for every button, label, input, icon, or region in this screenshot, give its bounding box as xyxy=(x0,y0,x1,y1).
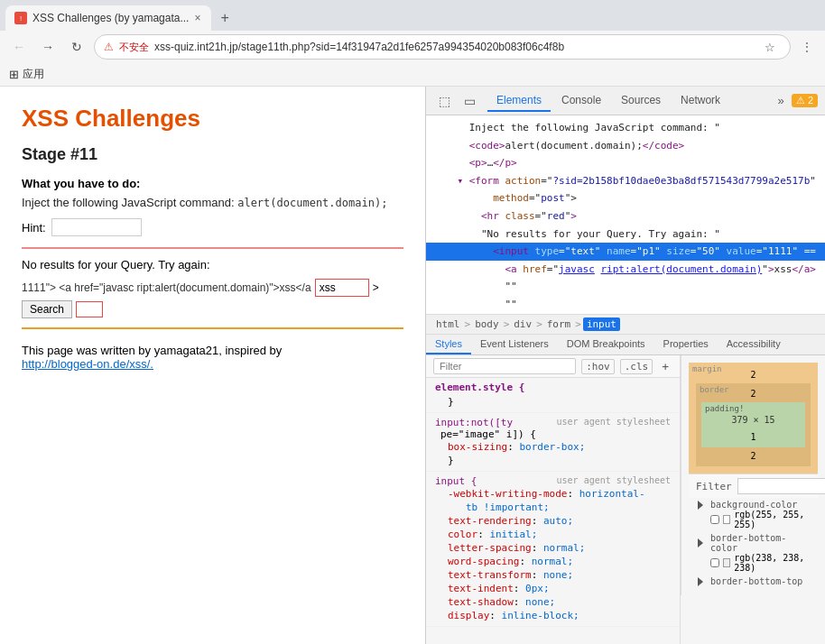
triangle-icon-1 xyxy=(698,501,703,510)
html-line-10: "" xyxy=(426,278,825,296)
security-warning-icon: ⚠ xyxy=(104,41,114,53)
border-bottom-value: rgb(238, 238, 238) xyxy=(734,553,809,573)
address-bar[interactable]: ⚠ 不安全 xss-quiz.int21h.jp/stage11th.php?s… xyxy=(94,34,791,60)
tab-favicon: ! xyxy=(14,12,27,24)
small-input[interactable] xyxy=(76,301,103,317)
breadcrumb-item-form[interactable]: form xyxy=(544,317,574,331)
styles-pane: :hov .cls + element.style { } input:not(… xyxy=(426,355,825,644)
style-word-spacing: word-spacing: normal; xyxy=(435,555,671,568)
tab-network[interactable]: Network xyxy=(672,90,729,112)
tab-console[interactable]: Console xyxy=(552,90,610,112)
tab-title: XSS Challenges (by yamagata... xyxy=(32,12,189,24)
style-letter-spacing: letter-spacing: normal; xyxy=(435,541,671,555)
footer-link[interactable]: http://blogged-on.de/xss/. xyxy=(22,357,153,371)
html-line-7: "No results for your Query. Try again: " xyxy=(426,225,825,244)
browser-window: ! XSS Challenges (by yamagata... × + ← →… xyxy=(0,0,825,644)
html-line-2: <code>alert(document.domain);</code> xyxy=(426,137,825,155)
add-style-rule-button[interactable]: + xyxy=(658,360,672,373)
html-line-4: ▾ <form action="?sid=2b158bf10dae0e3ba8d… xyxy=(426,172,825,190)
filter-label: Filter xyxy=(696,481,732,492)
search-button[interactable]: Search xyxy=(22,300,72,318)
styles-toolbar: :hov .cls + xyxy=(426,355,680,378)
subtab-properties[interactable]: Properties xyxy=(654,335,718,354)
extensions-button[interactable]: ⋮ xyxy=(796,36,818,58)
border-bottom-checkbox[interactable] xyxy=(710,558,719,567)
html-line-6: <hr class="red"> xyxy=(426,207,825,225)
breadcrumb-item-input[interactable]: input xyxy=(583,317,620,331)
hint-input[interactable] xyxy=(51,218,142,236)
address-actions: ☆ xyxy=(759,36,781,58)
style-display: display: inline-block; xyxy=(435,609,671,622)
style-not-comment: pe="image" i]) { xyxy=(435,428,671,440)
reload-button[interactable]: ↻ xyxy=(65,35,88,59)
warning-badge: ⚠ 2 xyxy=(792,94,818,107)
padding-label: padding! xyxy=(705,404,744,413)
tab-bar: ! XSS Challenges (by yamagata... × + xyxy=(0,0,825,31)
bg-color-checkbox[interactable] xyxy=(710,515,719,524)
xss-value-display: 1111"> <a href="javasc ript:alert(docume… xyxy=(22,281,311,294)
instructions-text: Inject the following JavaScript command:… xyxy=(22,196,403,209)
html-line-3: <p>…</p> xyxy=(426,154,825,172)
tab-sources[interactable]: Sources xyxy=(612,90,670,112)
bg-color-swatch xyxy=(723,515,730,524)
border-bottom-top-label: border-bottom-top xyxy=(710,576,802,586)
device-toggle-button[interactable]: ▭ xyxy=(459,90,480,112)
styles-filter-input[interactable] xyxy=(433,358,576,374)
border-box: border 2 padding! 379 × 15 1 2 xyxy=(696,383,811,466)
filter-section: Filter Sh xyxy=(689,474,818,498)
style-selector-input-not: input:not([ty user agent stylesheet xyxy=(435,417,671,428)
tab-close-button[interactable]: × xyxy=(194,12,200,24)
style-rule-element: element.style { } xyxy=(426,378,680,413)
browser-tab[interactable]: ! XSS Challenges (by yamagata... × xyxy=(5,5,211,31)
box-size-display: 379 × 15 xyxy=(710,415,796,425)
border-bottom-swatch xyxy=(723,558,730,567)
new-tab-button[interactable]: + xyxy=(215,8,234,28)
url-text: xss-quiz.int21h.jp/stage11th.php?sid=14f… xyxy=(154,41,754,53)
style-rule-input-not: input:not([ty user agent stylesheet pe="… xyxy=(426,413,680,472)
more-tabs-button[interactable]: » xyxy=(771,90,792,111)
styles-subtabs: Styles Event Listeners DOM Breakpoints P… xyxy=(426,335,825,355)
bookmarks-bar: ⊞ 应用 xyxy=(0,63,825,87)
breadcrumb-item-body[interactable]: body xyxy=(472,317,502,331)
style-selector-element: element.style { xyxy=(435,382,671,393)
triangle-icon-2 xyxy=(698,538,703,547)
class-button[interactable]: .cls xyxy=(620,359,654,374)
breadcrumb: html > body > div > form > input xyxy=(426,314,825,335)
inspect-element-button[interactable]: ⬚ xyxy=(433,90,455,112)
filter-input-small[interactable] xyxy=(737,478,825,494)
margin-box: margin 2 border 2 padding! 379 × 15 xyxy=(689,363,818,474)
subtab-event-listeners[interactable]: Event Listeners xyxy=(471,335,558,354)
html-line-8[interactable]: <input type="text" name="p1" size="50" v… xyxy=(426,243,825,261)
padding-box: padding! 379 × 15 1 xyxy=(701,402,805,447)
tab-elements[interactable]: Elements xyxy=(487,90,551,112)
breadcrumb-item-div[interactable]: div xyxy=(511,317,534,331)
style-webkit-writing-mode: -webkit-writing-mode: horizontal- xyxy=(435,487,671,501)
subtab-styles[interactable]: Styles xyxy=(426,335,471,354)
stage-title: Stage #11 xyxy=(22,145,403,164)
hint-label: Hint: xyxy=(22,221,46,235)
hint-row: Hint: xyxy=(22,218,403,236)
computed-background-color: background-color rgb(255, 255, 255) xyxy=(689,498,818,531)
bookmark-star-button[interactable]: ☆ xyxy=(759,36,781,58)
nav-bar: ← → ↻ ⚠ 不安全 xss-quiz.int21h.jp/stage11th… xyxy=(0,31,825,63)
breadcrumb-item-html[interactable]: html xyxy=(433,317,463,331)
subtab-dom-breakpoints[interactable]: DOM Breakpoints xyxy=(558,335,654,354)
border-label: border xyxy=(700,385,729,394)
border-bottom-val: 2 xyxy=(701,451,805,461)
angle-close: > xyxy=(373,281,379,294)
footer-text: This page was written by yamagata21, ins… xyxy=(22,344,403,371)
no-results-text: No results for your Query. Try again: xyxy=(22,258,403,271)
styles-left: :hov .cls + element.style { } input:not(… xyxy=(426,355,681,644)
subtab-accessibility[interactable]: Accessibility xyxy=(718,335,790,354)
page-footer: This page was written by yamagata21, ins… xyxy=(22,344,403,371)
instructions-heading: What you have to do: xyxy=(22,177,403,190)
style-text-indent: text-indent: 0px; xyxy=(435,582,671,595)
style-line-boxsizing: box-sizing: border-box; xyxy=(435,440,671,454)
pseudo-state-button[interactable]: :hov xyxy=(581,359,615,374)
back-button[interactable]: ← xyxy=(7,35,31,59)
forward-button[interactable]: → xyxy=(36,35,60,59)
style-text-transform: text-transform: none; xyxy=(435,568,671,582)
search-text-input[interactable] xyxy=(315,279,369,297)
style-rule-input: input { user agent stylesheet -webkit-wr… xyxy=(426,472,680,627)
code-command: alert(document.domain); xyxy=(237,197,387,209)
